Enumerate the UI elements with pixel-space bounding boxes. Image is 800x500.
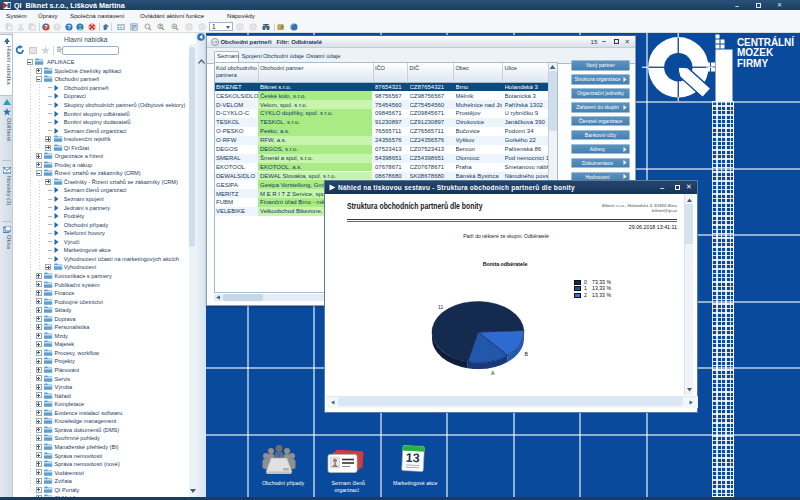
- svg-text:?: ?: [44, 23, 48, 30]
- svg-text:?: ?: [55, 23, 59, 30]
- svg-text:?: ?: [67, 23, 71, 30]
- svg-text:+: +: [173, 24, 176, 29]
- svg-text:13: 13: [405, 451, 420, 466]
